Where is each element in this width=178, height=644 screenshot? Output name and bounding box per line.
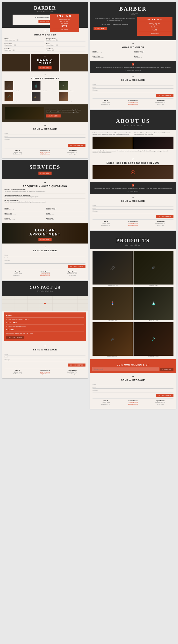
h2-footer-find-us: Find Us 123 Main StreetSan Francisco, CA <box>93 100 119 105</box>
book-appt-title: Book AnAppointment <box>29 228 61 237</box>
services-name-field[interactable]: Name <box>5 254 85 256</box>
h2-name-field[interactable]: Name <box>93 84 173 86</box>
services-book-button[interactable]: Book Now <box>38 172 52 175</box>
services-send-button[interactable]: Send Message <box>68 265 85 268</box>
message-field[interactable]: Message <box>5 138 85 142</box>
home2-offer-title: What We Offer <box>93 46 173 49</box>
products-divider-icon: ✦ <box>93 235 173 237</box>
divider-icon-2: ✦ <box>5 73 85 76</box>
home-page-2-preview: Barber Fresh Since2006 Lorem ipsum dolor… <box>90 2 176 109</box>
faq-title: Frequently Asked Questions <box>5 185 85 187</box>
popular-products-title: Popular Products <box>5 77 85 80</box>
mailing-subscribe-button[interactable]: Subscribe <box>160 368 173 371</box>
about-divider-icon: ✦ <box>93 115 173 117</box>
hero-title: Barber <box>5 6 85 11</box>
prod-footer-find: Find Us 123 Main StreetSan Francisco, CA <box>93 400 119 406</box>
h2-footer-hours: Open Hours Mon–Fri: 9am–7pmSat: 9am–5pm <box>147 100 173 105</box>
quote-text: "Consectetur adipiscing elit ut aliquam … <box>93 66 173 69</box>
promo-learn-more-button[interactable]: Learn More <box>46 114 61 117</box>
book-title: Book AChair <box>37 58 53 65</box>
faq-list: How do I book an appointment? You can bo… <box>5 189 85 204</box>
promo-section: Lorem ipsum dolor sit amet, consectetur … <box>2 104 88 122</box>
mailing-email-input[interactable] <box>93 367 159 371</box>
about-send-button[interactable]: Send Message <box>156 215 173 218</box>
services-message-title: Send a Message <box>5 249 85 252</box>
contact-send-message: ✦ Send a Message Name Email Message Send… <box>2 343 88 378</box>
prod-message-field[interactable]: Message <box>93 389 173 392</box>
service-list-item: Fade Cut Modern fade — $30 <box>5 217 44 221</box>
send-message-title: Send a Message <box>5 128 85 130</box>
product-item-2: 🪮 Hair Brush — $25 <box>134 251 174 286</box>
divider-icon-3: ✦ <box>5 124 85 127</box>
prod-email-field[interactable]: Email <box>93 387 173 389</box>
book-overlay: ✂ Book AChair Book Now <box>2 54 88 71</box>
services-message-field[interactable]: Message <box>5 260 85 264</box>
book-scissors-icon: ✂ <box>44 56 46 57</box>
home2-book-button[interactable]: Book Now <box>94 27 107 30</box>
services-contact-form: Name Email Message Send Message <box>5 253 85 265</box>
rate-text: $25 / Session <box>52 29 77 31</box>
home2-hours-title: Open Hours <box>139 19 171 22</box>
products-grid-section: Scissors Set — $45 🪮 Hair Brush — $25 💈 … <box>90 249 176 359</box>
products-subtitle: Online Shop <box>93 244 173 246</box>
send-message-section: ✦ Send a Message Name Email Message Send… <box>2 122 88 158</box>
services-page-preview: Services Book Now ✦ Frequently Asked Que… <box>2 160 88 280</box>
hero-subtitle: Fresh Since 2006 <box>5 11 85 13</box>
book-chair-button[interactable]: Book Now <box>38 66 52 69</box>
name-field[interactable]: Name <box>5 133 85 135</box>
about-text-cols: Sed porta accumsan ultrices. Maecenas se… <box>93 132 173 136</box>
about-text-right: Nulla vitae elit libero, a pharetra augu… <box>134 132 173 136</box>
contact-footer-row: Find Us 123 Main StreetSan Francisco, CA… <box>5 368 85 376</box>
prod-footer-hours: Open Hours Mon–Fri: 9am–7pmSat: 9am–5pm <box>147 400 173 406</box>
products-send-message: ✦ Send a Message Name Email Message Send… <box>90 373 176 409</box>
about-name-field[interactable]: Name <box>93 205 173 207</box>
products-photo-grid: 🪮 Hair Wax 🧴 Beard Oil ✂ Scissors 🪒 Razo… <box>5 81 85 102</box>
svg-point-10 <box>44 303 46 304</box>
faq-item-2: What payment methods do you accept? We a… <box>5 194 85 199</box>
email-field[interactable]: Email <box>5 136 85 138</box>
products-send-button[interactable]: Send Message <box>156 394 173 397</box>
svg-point-13 <box>113 266 114 267</box>
services-email-field[interactable]: Email <box>5 257 85 259</box>
service-item: Shave Hot towel shave — $20 <box>46 43 85 47</box>
contact-email-field[interactable]: Email <box>5 356 85 358</box>
footer-find-us: Find Us 123 Main StreetSan Francisco, CA <box>5 150 31 155</box>
faq-section: ✦ Frequently Asked Questions How do I bo… <box>2 179 88 207</box>
about-message-field[interactable]: Message <box>93 210 173 213</box>
divider-icon-11: ✦ <box>93 375 173 378</box>
footer-open-hours: Open Hours Mon–Fri: 9am–7pmSat: 9am–5pm <box>59 150 85 155</box>
home2-quote-section: ❝ "Consectetur adipiscing elit ut aliqua… <box>90 61 176 73</box>
divider-icon-10: ✦ <box>93 196 173 199</box>
play-button[interactable]: ▶ <box>131 170 135 174</box>
h2-email-field[interactable]: Email <box>93 87 173 89</box>
prod-name-field[interactable]: Name <box>93 384 173 386</box>
service-item: Haircut Classic cut and style — $25 <box>5 37 44 42</box>
about-footer-hours: Open Hours Mon–Fri: 9am–7pmSat: 9am–5pm <box>147 221 173 226</box>
contact-directions-button[interactable]: Get Directions <box>6 336 24 339</box>
contact-card-area: Find 123 Main Street San Francisco, CA 9… <box>4 312 86 341</box>
contact-send-button[interactable]: Send Message <box>68 364 85 367</box>
h2-message-field[interactable]: Message <box>93 89 173 92</box>
about-content: Sed porta accumsan ultrices. Maecenas se… <box>90 130 176 156</box>
contact-hours-text: Mon–Fri: 9am–7pm Sat: 9am–5pm Sun: Close… <box>6 333 84 335</box>
product-icon-1 <box>110 265 115 270</box>
home2-send-button[interactable]: Send Message <box>156 94 173 97</box>
send-message-button[interactable]: Send Message <box>68 144 85 147</box>
book-appt-button[interactable]: Book Now <box>38 238 52 241</box>
about-quote-icon: ❝ <box>132 184 134 187</box>
h2-footer-contact: Get in Touch +1 415-555-0101 info@barber… <box>120 100 146 105</box>
footer-row: Find Us 123 Main StreetSan Francisco, CA… <box>5 148 85 156</box>
service-item: Shave Hot towel — $20 <box>134 55 173 59</box>
products-title: Products <box>93 238 173 244</box>
contact-form: Name Email Message Send Message <box>5 132 85 144</box>
promo-grid: Lorem ipsum dolor sit amet, consectetur … <box>5 107 85 119</box>
services-send-message: ✦ Send a Message Name Email Message Send… <box>2 244 88 280</box>
about-body-more: Aenean lacinia bibendum nulla sed consec… <box>93 150 173 154</box>
contact-message-field[interactable]: Message <box>5 359 85 362</box>
home2-what-we-offer: ✦ What We Offer Haircut Classic cut — $2… <box>90 40 176 61</box>
product-photo-5: 🧹 Brush <box>32 92 58 102</box>
contact-name-field[interactable]: Name <box>5 353 85 355</box>
about-email-field[interactable]: Email <box>93 208 173 210</box>
about-footer-find: Find Us 123 Main StreetSan Francisco, CA <box>93 221 119 226</box>
product-item-6: 🪒 Straight Razor — $55 <box>134 322 174 357</box>
